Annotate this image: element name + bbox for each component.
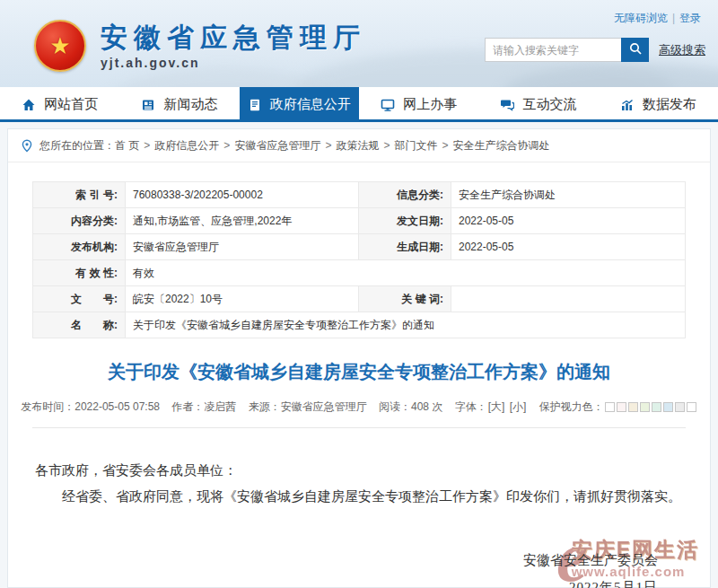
doc-validity-label: 有 效 性: [33, 260, 126, 286]
doc-number-value: 皖安〔2022〕10号 [126, 286, 359, 312]
link-separator: | [672, 12, 675, 24]
article-title: 关于印发《安徽省城乡自建房屋安全专项整治工作方案》的通知 [8, 360, 710, 384]
table-row: 索 引 号: 76080338-3/202205-00002 信息分类: 安全生… [33, 182, 686, 208]
doc-info-class-label: 信息分类: [359, 182, 451, 208]
eye-color-swatch[interactable] [663, 402, 673, 412]
star-icon: ★ [49, 34, 70, 57]
doc-issue-date-label: 发文日期: [359, 208, 451, 234]
font-larger-button[interactable]: [大] [488, 400, 505, 413]
source-label: 来源： [249, 400, 281, 413]
breadcrumb-item-doc[interactable]: 部门文件 [394, 138, 437, 154]
search-button[interactable] [621, 38, 649, 62]
doc-gen-date-label: 生成日期: [359, 234, 451, 260]
breadcrumb-item-office[interactable]: 安全生产综合协调处 [452, 138, 549, 154]
publish-time: 2022-05-05 07:58 [74, 400, 160, 413]
breadcrumb-separator: > [223, 139, 230, 152]
table-row: 发布机构: 安徽省应急管理厅 生成日期: 2022-05-05 [33, 234, 686, 260]
monitor-icon [381, 98, 395, 112]
nav-item-label: 新闻动态 [163, 96, 217, 113]
home-icon [22, 98, 36, 112]
breadcrumb-item-gov-info[interactable]: 政府信息公开 [154, 138, 219, 154]
eye-color-swatch[interactable] [617, 402, 626, 412]
eye-color-swatch[interactable] [687, 402, 696, 412]
views-count: 408 次 [411, 400, 442, 413]
eye-color-swatch[interactable] [652, 402, 661, 412]
doc-gen-date-value: 2022-05-05 [451, 234, 686, 260]
publish-time-label: 发布时间： [21, 400, 74, 413]
doc-index-value: 76080338-3/202205-00002 [126, 182, 359, 208]
breadcrumb-item-dept[interactable]: 安徽省应急管理厅 [234, 138, 320, 154]
author-label: 作者： [171, 400, 204, 413]
breadcrumb-separator: > [383, 139, 390, 152]
main-nav: 网站首页 新闻动态 政府信息公开 网上办事 互动交流 [0, 87, 718, 122]
doc-content-class-label: 内容分类: [33, 208, 126, 234]
table-row: 内容分类: 通知,市场监管、应急管理,2022年 发文日期: 2022-05-0… [33, 208, 686, 234]
doc-validity-value: 有效 [126, 260, 686, 286]
article-meta: 发布时间：2022-05-05 07:58 作者：凌启茜 来源：安徽省应急管理厅… [8, 399, 710, 415]
accessibility-link[interactable]: 无障碍浏览 [614, 12, 668, 24]
doc-publisher-value: 安徽省应急管理厅 [126, 234, 359, 260]
doc-issue-date-value: 2022-05-05 [451, 208, 686, 234]
site-title: 安徽省应急管理厅 [101, 22, 366, 52]
breadcrumb-prefix: 您所在的位置： [39, 138, 115, 154]
breadcrumb-separator: > [325, 139, 331, 152]
doc-name-label: 名 称: [33, 312, 126, 338]
eye-protect-label: 保护视力色： [539, 400, 604, 413]
nav-item-label: 政府信息公开 [270, 96, 351, 113]
font-smaller-button[interactable]: [小] [510, 400, 527, 413]
eye-color-swatch[interactable] [640, 402, 650, 412]
doc-info-table: 索 引 号: 76080338-3/202205-00002 信息分类: 安全生… [32, 181, 686, 338]
table-row: 名 称: 关于印发《安徽省城乡自建房屋安全专项整治工作方案》的通知 [33, 312, 686, 338]
national-emblem-logo: ★ [34, 20, 86, 72]
doc-name-value: 关于印发《安徽省城乡自建房屋安全专项整治工作方案》的通知 [126, 312, 686, 338]
chat-icon [500, 98, 514, 112]
brand-text: 安徽省应急管理厅 yjt.ah.gov.cn [101, 22, 366, 70]
doc-number-label: 文 号: [33, 286, 126, 312]
nav-item-label: 网上办事 [403, 96, 457, 113]
eye-color-swatch[interactable] [628, 402, 638, 412]
eye-color-swatch[interactable] [605, 402, 615, 412]
nav-item-online-service[interactable]: 网上办事 [359, 87, 478, 122]
login-link[interactable]: 登录 [679, 12, 701, 24]
article-signature: 安徽省安全生产委员会 2022年5月1日 [8, 552, 710, 588]
signature-org: 安徽省安全生产委员会 [8, 552, 658, 569]
nav-item-label: 数据发布 [643, 96, 696, 113]
font-size-label: 字体： [455, 400, 487, 413]
doc-publisher-label: 发布机构: [33, 234, 126, 260]
article-paragraph: 经省委、省政府同意，现将《安徽省城乡自建房屋安全专项整治工作方案》印发你们，请抓… [35, 484, 683, 510]
site-brand[interactable]: ★ 安徽省应急管理厅 yjt.ah.gov.cn [34, 20, 366, 72]
content-panel: 您所在的位置： 首 页 > 政府信息公开 > 安徽省应急管理厅 > 政策法规 >… [7, 128, 711, 588]
chart-icon [620, 98, 635, 112]
doc-content-class-value: 通知,市场监管、应急管理,2022年 [126, 208, 359, 234]
doc-keywords-value [451, 286, 686, 312]
site-domain: yjt.ah.gov.cn [101, 56, 366, 70]
breadcrumb-item-home[interactable]: 首 页 [115, 138, 139, 154]
advanced-search-link[interactable]: 高级搜索 [659, 42, 705, 58]
search-icon [628, 41, 643, 58]
search-input[interactable] [485, 38, 621, 62]
site-header: ★ 安徽省应急管理厅 yjt.ah.gov.cn 无障碍浏览|登录 高级搜索 [0, 0, 718, 87]
source: 安徽省应急管理厅 [281, 400, 367, 413]
eye-color-swatch[interactable] [675, 402, 685, 412]
nav-item-data[interactable]: 数据发布 [599, 87, 718, 122]
doc-info-table-wrap: 索 引 号: 76080338-3/202205-00002 信息分类: 安全生… [8, 162, 710, 338]
breadcrumb: 您所在的位置： 首 页 > 政府信息公开 > 安徽省应急管理厅 > 政策法规 >… [8, 129, 710, 162]
signature-date: 2022年5月1日 [8, 579, 658, 588]
doc-info-class-value: 安全生产综合协调处 [451, 182, 686, 208]
breadcrumb-separator: > [442, 139, 448, 152]
article-body: 各市政府，省安委会各成员单位： 经省委、省政府同意，现将《安徽省城乡自建房屋安全… [8, 428, 710, 511]
search-bar: 高级搜索 [485, 38, 705, 62]
nav-item-home[interactable]: 网站首页 [0, 87, 119, 122]
article-paragraph: 各市政府，省安委会各成员单位： [35, 458, 683, 484]
nav-item-interaction[interactable]: 互动交流 [478, 87, 598, 122]
table-row: 有 效 性: 有效 [33, 260, 686, 286]
nav-item-news[interactable]: 新闻动态 [119, 87, 239, 122]
breadcrumb-item-policy[interactable]: 政策法规 [336, 138, 379, 154]
doc-keywords-label: 关 键 词: [359, 286, 451, 312]
news-icon [141, 98, 155, 112]
author: 凌启茜 [204, 400, 236, 413]
nav-item-gov-info[interactable]: 政府信息公开 [240, 87, 359, 122]
document-icon [248, 98, 262, 112]
views-label: 阅读： [379, 400, 411, 413]
table-row: 文 号: 皖安〔2022〕10号 关 键 词: [33, 286, 686, 312]
